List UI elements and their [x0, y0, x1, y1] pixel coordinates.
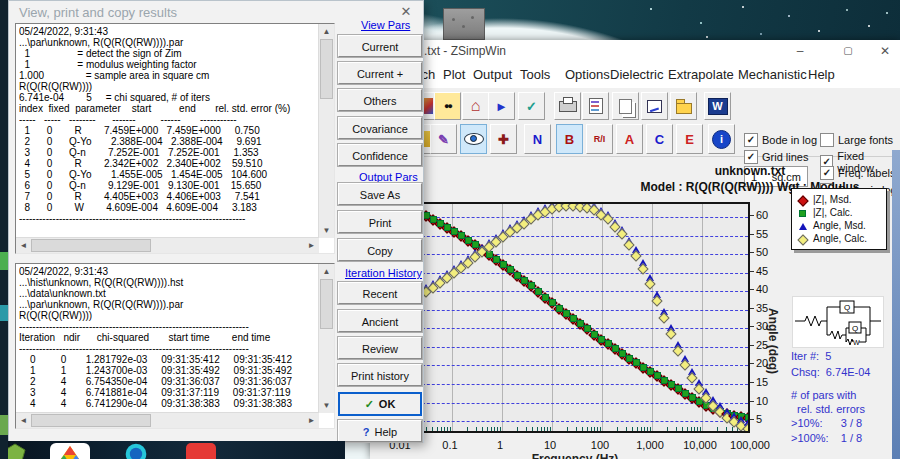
minor-x-tick	[587, 427, 588, 431]
checkbox-label: Bode in log	[762, 134, 817, 146]
minimize-button[interactable]: –	[785, 41, 815, 61]
right-axis-tick	[750, 401, 754, 402]
ok-button[interactable]: ✓OK	[338, 392, 422, 416]
checkbox-grid-lines[interactable]: ✓Grid lines	[744, 150, 808, 164]
next-arrow-button[interactable]: ►	[488, 92, 515, 120]
notes-button[interactable]: ✎	[430, 124, 457, 154]
dialog-close-icon[interactable]: ✕	[397, 4, 415, 20]
word-export-icon: W	[708, 98, 728, 115]
right-axis-label: 60	[756, 209, 768, 221]
menu-help[interactable]: Help	[808, 67, 835, 82]
menu-extrapolate[interactable]: Extrapolate	[668, 67, 734, 82]
desktop-widget-icon[interactable]	[443, 8, 485, 40]
bode-plot[interactable]	[400, 202, 750, 433]
right-axis-tick	[750, 382, 754, 383]
export-graph-button[interactable]	[670, 92, 697, 120]
print-report-button[interactable]	[582, 92, 609, 120]
menu-mechanistic[interactable]: Mechanistic	[738, 67, 807, 82]
home-button[interactable]: ⌂	[462, 92, 489, 120]
confidence-button[interactable]: Confidence	[338, 144, 422, 166]
legend-label: Angle, Calc.	[813, 233, 867, 244]
next-arrow-icon: ►	[495, 99, 508, 114]
menu-output[interactable]: Output	[473, 67, 512, 82]
copy-graph-icon	[647, 100, 662, 113]
minor-x-tick	[437, 427, 438, 431]
vertical-scrollbar[interactable]: ▲▼	[318, 24, 334, 238]
horizontal-scrollbar[interactable]: ◄►	[16, 412, 319, 428]
checkbox-box[interactable]: ✓	[744, 150, 758, 164]
copy-button[interactable]: Copy	[338, 239, 422, 261]
admittance-chart-button[interactable]: A	[616, 124, 643, 154]
menu-plot[interactable]: Plot	[443, 67, 465, 82]
current-+-button[interactable]: Current +	[338, 62, 422, 84]
minor-x-tick	[700, 427, 701, 431]
marker-z-calc	[535, 288, 542, 295]
horizontal-scrollbar[interactable]: ◄►	[16, 237, 319, 253]
iteration-history-textarea[interactable]: 05/24/2022, 9:31:43...\hist\unknown, R(Q…	[15, 263, 335, 429]
minor-x-tick	[491, 427, 492, 431]
minor-x-tick	[476, 427, 477, 431]
minor-x-tick	[600, 427, 601, 431]
minor-x-tick	[450, 427, 451, 431]
bode-chart-button[interactable]: B	[556, 124, 583, 154]
covariance-button[interactable]: Covariance	[338, 117, 422, 139]
checkbox-bode-in-log[interactable]: ✓Bode in log	[744, 133, 817, 147]
link-iteration-history[interactable]: Iteration History	[345, 267, 422, 279]
right-axis-label: 40	[756, 283, 768, 295]
link-output-pars[interactable]: Output Pars	[359, 171, 418, 183]
window-titlebar[interactable]: unknown.txt - ZSimpWin – ▢ ✕	[370, 40, 900, 62]
info-button[interactable]: i	[708, 124, 735, 154]
others-button[interactable]: Others	[338, 89, 422, 111]
ancient-button[interactable]: Ancient	[338, 310, 422, 332]
link-view-pars[interactable]: View Pars	[361, 19, 410, 31]
checkbox-box[interactable]: ✓	[744, 133, 758, 147]
pan-button[interactable]: ✚	[490, 124, 517, 154]
minor-x-tick	[594, 427, 595, 431]
screen: unknown.txt - ZSimpWin – ▢ ✕ BatchPlotOu…	[0, 0, 900, 459]
minor-x-tick	[597, 427, 598, 431]
current-button[interactable]: Current	[338, 35, 422, 57]
copy-text-button[interactable]	[612, 92, 639, 120]
copy-graph-button[interactable]	[641, 92, 668, 120]
nyquist-chart-button[interactable]: N	[524, 124, 551, 154]
review-button[interactable]: Review	[338, 337, 422, 359]
menu-tools[interactable]: Tools	[520, 67, 550, 82]
maximize-button[interactable]: ▢	[833, 41, 863, 61]
minor-x-tick	[626, 427, 627, 431]
recent-button[interactable]: Recent	[338, 282, 422, 304]
app-icon-photos[interactable]	[50, 443, 90, 459]
menu-options[interactable]: Options	[565, 67, 610, 82]
capacitance-chart-button[interactable]: C	[646, 124, 673, 154]
minor-x-tick	[687, 427, 688, 431]
vertical-gridline	[602, 204, 603, 431]
vertical-scrollbar[interactable]: ▲▼	[318, 264, 334, 413]
binoculars-button[interactable]: ●●	[434, 92, 461, 120]
app-icon-red[interactable]	[186, 443, 216, 459]
minor-x-tick	[576, 427, 577, 431]
minor-x-tick	[632, 427, 633, 431]
menu-dielectric[interactable]: Dielectric	[610, 67, 663, 82]
save-as-button[interactable]: Save As	[338, 183, 422, 205]
print-button[interactable]	[554, 92, 581, 120]
right-axis-tick	[750, 271, 754, 272]
minor-x-tick	[697, 427, 698, 431]
minor-x-tick	[644, 427, 645, 431]
pars-info-line2: rel. std. errors	[791, 403, 865, 415]
parameters-textarea[interactable]: 05/24/2022, 9:31:43...\par\unknown, R(Q(…	[15, 23, 335, 254]
right-axis-title: Angle (deg)	[766, 308, 780, 374]
app-icon-browser[interactable]	[120, 443, 152, 459]
x-axis-label: 100	[591, 439, 609, 451]
checkbox-box[interactable]	[820, 133, 834, 147]
re-im-chart-button[interactable]: R/I	[586, 124, 613, 154]
help-button[interactable]: ?Help	[338, 420, 422, 442]
print-history-button[interactable]: Print history	[338, 364, 422, 386]
view-eye-icon	[464, 133, 484, 145]
print-icon	[559, 101, 577, 112]
print-button[interactable]: Print	[338, 211, 422, 233]
checkbox-large-fonts[interactable]: Large fonts	[820, 133, 893, 147]
view-eye-button[interactable]	[460, 124, 487, 154]
epsilon-chart-button[interactable]: E	[676, 124, 703, 154]
close-button[interactable]: ✕	[870, 41, 900, 61]
fit-check-button[interactable]: ✓	[518, 92, 545, 120]
word-export-button[interactable]: W	[704, 92, 731, 120]
